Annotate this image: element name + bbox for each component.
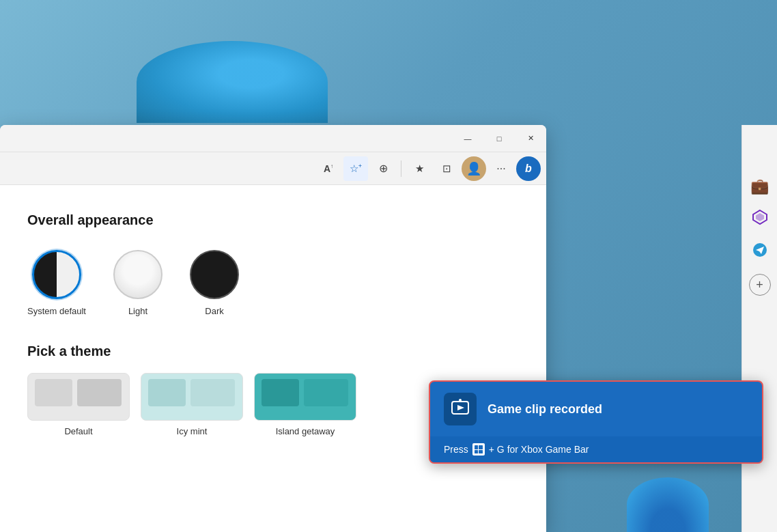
game-clip-icon — [449, 396, 471, 423]
theme-icy-label: Icy mint — [177, 426, 208, 436]
toast-title: Game clip recorded — [488, 402, 602, 417]
sidebar: 💼 + — [741, 125, 777, 532]
m365-icon — [752, 209, 768, 229]
toast-subtitle: Press + G for Xbox Game Bar — [430, 436, 762, 462]
add-favorites-icon: ☆+ — [350, 163, 362, 175]
ellipsis-icon: ··· — [496, 163, 505, 175]
favorites-button[interactable]: ☆+ — [343, 156, 368, 181]
share-button[interactable]: ⊡ — [434, 156, 459, 181]
theme-icy-mint-item[interactable]: Icy mint — [141, 373, 243, 436]
system-default-label: System default — [27, 306, 86, 316]
puzzle-icon: ⊕ — [379, 162, 388, 175]
briefcase-icon: 💼 — [750, 178, 769, 195]
themes-section-title: Pick a theme — [27, 344, 519, 359]
sidebar-add-button[interactable]: + — [749, 274, 771, 296]
theme-default-preview — [27, 373, 130, 421]
theme-icy-preview — [141, 373, 243, 421]
theme-default-item[interactable]: Default — [27, 373, 130, 436]
close-button[interactable]: ✕ — [515, 125, 546, 152]
star-icon: ★ — [415, 163, 424, 175]
bing-icon: b — [525, 163, 532, 175]
minimize-button[interactable]: — — [452, 125, 483, 152]
browser-toolbar: A↑ ☆+ ⊕ ★ ⊡ 👤 ··· b — [0, 152, 546, 185]
toast-icon-box — [444, 393, 477, 425]
font-icon: A↑ — [324, 163, 333, 174]
appearance-section-title: Overall appearance — [27, 212, 519, 228]
bing-logo-bottom — [627, 477, 709, 532]
dark-circle — [190, 250, 239, 299]
font-button[interactable]: A↑ — [316, 156, 341, 181]
window-controls: — □ ✕ — [452, 125, 546, 152]
toast-subtitle-suffix: + G for Xbox Game Bar — [489, 444, 589, 455]
toast-subtitle-prefix: Press — [444, 444, 468, 455]
maximize-button[interactable]: □ — [483, 125, 515, 152]
windows-key-icon — [472, 443, 485, 456]
svg-point-5 — [459, 399, 462, 402]
system-default-option[interactable]: System default — [27, 250, 86, 316]
share-icon: ⊡ — [442, 163, 451, 175]
title-bar: — □ ✕ — [0, 125, 546, 152]
theme-island-item[interactable]: Island getaway — [254, 373, 356, 436]
bing-button[interactable]: b — [516, 156, 541, 181]
theme-island-preview — [254, 373, 356, 421]
profile-button[interactable]: 👤 — [462, 156, 486, 181]
toolbar-separator-1 — [401, 160, 401, 177]
system-default-circle — [32, 250, 81, 299]
svg-marker-4 — [457, 405, 464, 410]
theme-default-label: Default — [64, 426, 92, 436]
dark-option[interactable]: Dark — [190, 250, 239, 316]
sidebar-telegram[interactable] — [746, 238, 774, 266]
settings-content: Overall appearance System default Light … — [0, 185, 546, 532]
edge-browser-window: — □ ✕ A↑ ☆+ ⊕ ★ ⊡ 👤 ··· b — [0, 125, 546, 532]
light-circle — [113, 250, 163, 299]
plus-icon: + — [756, 278, 763, 292]
appearance-options: System default Light Dark — [27, 250, 519, 316]
collections-button[interactable]: ★ — [407, 156, 432, 181]
profile-avatar: 👤 — [466, 161, 481, 176]
light-label: Light — [128, 306, 147, 316]
sidebar-briefcase[interactable]: 💼 — [746, 173, 774, 200]
svg-marker-1 — [756, 213, 764, 221]
more-options-button[interactable]: ··· — [489, 156, 513, 181]
theme-island-label: Island getaway — [276, 426, 335, 436]
dark-label: Dark — [205, 306, 223, 316]
windows-logo-partial — [137, 41, 328, 123]
sidebar-microsoft365[interactable] — [746, 206, 774, 233]
toast-main: Game clip recorded — [430, 382, 762, 436]
notification-toast[interactable]: Game clip recorded Press + G for Xbox Ga… — [429, 380, 763, 464]
extensions-button[interactable]: ⊕ — [371, 156, 395, 181]
light-option[interactable]: Light — [113, 250, 163, 316]
telegram-icon — [752, 242, 768, 262]
